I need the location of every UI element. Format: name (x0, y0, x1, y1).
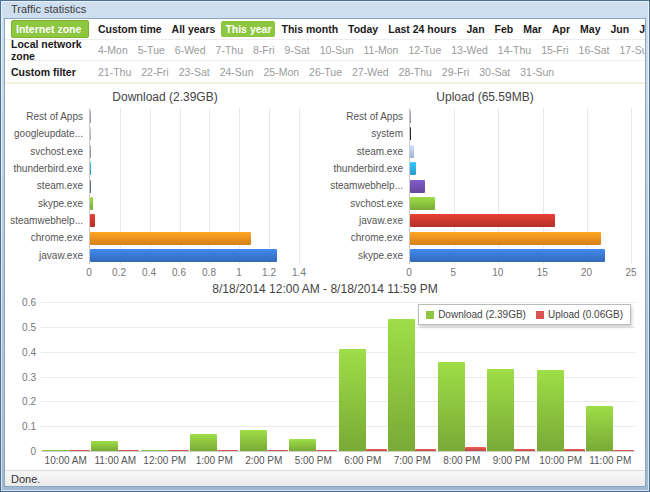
legend-label: Upload (0.06GB) (548, 309, 623, 320)
legend-swatch (426, 311, 434, 319)
filter-button-may[interactable]: May (576, 21, 604, 37)
chart-bar-area (89, 108, 299, 264)
upload-bar-8-00-pm (465, 447, 486, 452)
filter-button-5-tue[interactable]: 5-Tue (134, 42, 169, 58)
download-bar-2-00-pm (240, 430, 267, 451)
upload-bar-5-00-pm (316, 450, 337, 451)
filter-button-23-sat[interactable]: 23-Sat (175, 64, 214, 80)
filter-button-7-thu[interactable]: 7-Thu (212, 42, 247, 58)
download-bar-12-00-pm (141, 450, 168, 451)
filter-button-29-fri[interactable]: 29-Fri (438, 64, 473, 80)
download-bar-10-00-pm (537, 370, 564, 451)
category-label: svchost.exe (5, 143, 89, 160)
filter-button-13-wed[interactable]: 13-Wed (447, 42, 492, 58)
filter-button-12-tue[interactable]: 12-Tue (404, 42, 445, 58)
upload-bar-6-00-pm (366, 449, 387, 451)
legend-entry[interactable]: Upload (0.06GB) (536, 309, 623, 320)
filter-button-mar[interactable]: Mar (519, 21, 546, 37)
chart-title: 8/18/2014 12:00 AM - 8/18/2014 11:59 PM (5, 282, 645, 302)
bar-skype-exe (90, 197, 93, 210)
filter-button-9-sat[interactable]: 9-Sat (281, 42, 314, 58)
filter-button-jul[interactable]: Jul (635, 21, 645, 37)
filter-button-31-sun[interactable]: 31-Sun (516, 64, 558, 80)
chart-plot: Rest of Appsgoogleupdate...svchost.exeth… (5, 108, 325, 264)
filter-button-all-years[interactable]: All years (168, 21, 220, 37)
filter-button-jan[interactable]: Jan (463, 21, 489, 37)
filter-button-27-wed[interactable]: 27-Wed (348, 64, 393, 80)
filter-button-today[interactable]: Today (344, 21, 382, 37)
filter-button-4-mon[interactable]: 4-Mon (94, 42, 132, 58)
chart-x-axis: 10:00 AM11:00 AM12:00 PM1:00 PM2:00 PM5:… (41, 452, 635, 468)
upload-bar-10-00-am (69, 450, 90, 451)
filter-row-items: 4-Mon5-Tue6-Wed7-Thu8-Fri9-Sat10-Sun11-M… (93, 42, 645, 58)
filter-button-28-thu[interactable]: 28-Thu (395, 64, 436, 80)
category-label: Rest of Apps (325, 108, 409, 125)
y-tick-label: 0.5 (22, 321, 36, 332)
x-tick-label: 11:00 PM (589, 455, 631, 466)
x-tick-label: 15 (537, 267, 548, 278)
hourly-chart: 8/18/2014 12:00 AM - 8/18/2014 11:59 PM0… (5, 280, 645, 470)
filter-button-8-fri[interactable]: 8-Fri (249, 42, 279, 58)
gridline (269, 108, 270, 264)
filter-button-15-fri[interactable]: 15-Fri (537, 42, 572, 58)
x-tick-label: 5 (451, 267, 457, 278)
filter-button-25-mon[interactable]: 25-Mon (260, 64, 304, 80)
chart-category-labels: Rest of Appsgoogleupdate...svchost.exeth… (5, 108, 89, 264)
filter-button-last-24-hours[interactable]: Last 24 hours (384, 21, 460, 37)
filter-button-26-tue[interactable]: 26-Tue (305, 64, 346, 80)
download-bar-11-00-am (91, 441, 118, 451)
filter-button-17-sun[interactable]: 17-Sun (616, 42, 646, 58)
filter-button-this-month[interactable]: This month (277, 21, 342, 37)
filter-button-6-wed[interactable]: 6-Wed (171, 42, 210, 58)
bar-group (536, 370, 586, 451)
legend-label: Download (2.39GB) (438, 309, 526, 320)
x-tick-label: 5:00 PM (295, 455, 332, 466)
bar-group (437, 362, 487, 451)
bar-steam-exe (90, 180, 91, 193)
traffic-statistics-window: Traffic statistics Get Chart Internet zo… (0, 0, 650, 492)
filter-button-14-thu[interactable]: 14-Thu (494, 42, 535, 58)
filter-button-24-sun[interactable]: 24-Sun (216, 64, 258, 80)
x-tick-label: 0.6 (172, 267, 186, 278)
y-tick-label: 0 (30, 446, 36, 457)
filter-button-11-mon[interactable]: 11-Mon (360, 42, 403, 58)
x-tick-label: 9:00 PM (493, 455, 530, 466)
category-label: skype.exe (325, 247, 409, 264)
filter-button-this-year[interactable]: This year (221, 21, 275, 37)
x-tick-label: 12:00 PM (143, 455, 186, 466)
zone-button-internet-zone[interactable]: Internet zone (11, 20, 89, 38)
filter-button-21-thu[interactable]: 21-Thu (94, 64, 135, 80)
x-tick-label: 11:00 AM (94, 455, 136, 466)
bar-group (239, 430, 289, 451)
download-bar-1-00-pm (190, 434, 217, 452)
bar-group (487, 369, 537, 452)
bar-steam-exe (410, 145, 414, 158)
bar-steamwebhelp- (410, 180, 425, 193)
filter-button-30-sat[interactable]: 30-Sat (475, 64, 514, 80)
filter-button-10-sun[interactable]: 10-Sun (316, 42, 358, 58)
filter-row-3: Custom filter21-Thu22-Fri23-Sat24-Sun25-… (5, 61, 645, 82)
legend-swatch (536, 311, 544, 319)
download-bar-6-00-pm (339, 349, 366, 452)
filter-button-custom-time[interactable]: Custom time (94, 21, 166, 37)
filter-button-jun[interactable]: Jun (606, 21, 633, 37)
filter-row-items: 21-Thu22-Fri23-Sat24-Sun25-Mon26-Tue27-W… (93, 64, 645, 80)
bar-thunderbird-exe (90, 162, 91, 175)
x-tick-label: 1:00 PM (196, 455, 233, 466)
chart-title: Upload (65.59MB) (325, 90, 645, 108)
bar-group (586, 406, 636, 451)
x-tick-label: 7:00 PM (394, 455, 431, 466)
x-tick-label: 0 (406, 267, 412, 278)
category-label: javaw.exe (5, 247, 89, 264)
download-bar-7-00-pm (388, 319, 415, 452)
status-bar: Done. (5, 470, 645, 487)
filter-button-feb[interactable]: Feb (491, 21, 518, 37)
legend-entry[interactable]: Download (2.39GB) (426, 309, 526, 320)
download-bar-8-00-pm (438, 362, 465, 451)
filter-button-22-fri[interactable]: 22-Fri (137, 64, 172, 80)
bar-javaw-exe (410, 214, 555, 227)
chart-legend[interactable]: Download (2.39GB)Upload (0.06GB) (418, 304, 631, 325)
x-tick-label: 1.2 (262, 267, 276, 278)
filter-button-16-sat[interactable]: 16-Sat (575, 42, 614, 58)
filter-button-apr[interactable]: Apr (548, 21, 574, 37)
